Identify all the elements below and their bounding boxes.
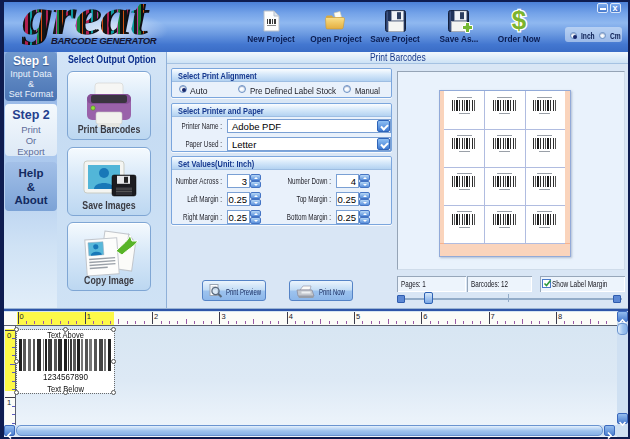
svg-text:$: $ bbox=[512, 8, 527, 33]
